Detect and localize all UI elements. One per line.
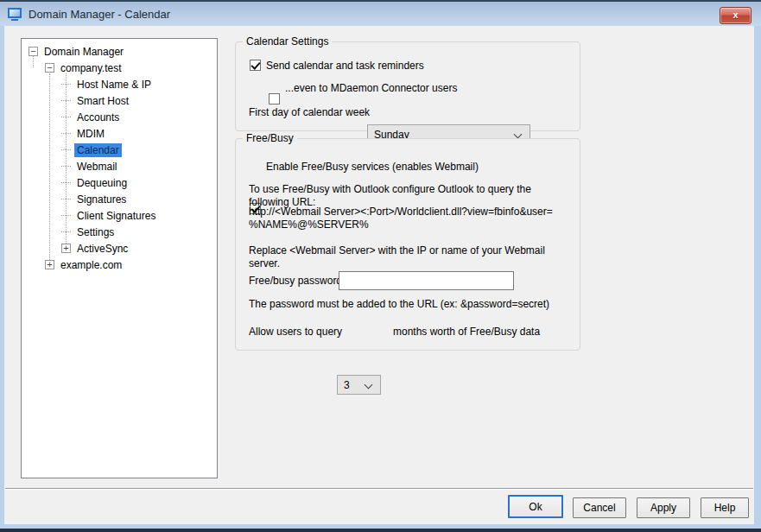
tree-item-company-test[interactable]: −company.test xyxy=(22,60,217,76)
tree-item-label[interactable]: Accounts xyxy=(74,111,122,124)
tree-item-label[interactable]: Dequeuing xyxy=(74,176,130,190)
tree-connector xyxy=(61,149,71,150)
tree-item-label[interactable]: Domain Manager xyxy=(41,45,126,59)
freebusy-url-line1: http://<Webmail Server><:Port>/Worldclie… xyxy=(249,206,574,218)
tree-item-label[interactable]: ActiveSync xyxy=(74,242,130,256)
password-note-text: The password must be added to the URL (e… xyxy=(249,298,574,311)
titlebar[interactable]: Domain Manager - Calendar x xyxy=(0,0,761,26)
apply-button[interactable]: Apply xyxy=(637,497,690,518)
tree-item-label[interactable]: example.com xyxy=(58,258,124,272)
query-months-suffix: months worth of Free/Busy data xyxy=(393,326,540,338)
collapse-icon[interactable]: − xyxy=(45,63,54,73)
tree-connector xyxy=(61,199,71,200)
collapse-icon[interactable]: − xyxy=(29,47,38,56)
tree-item-settings[interactable]: Settings xyxy=(22,224,217,240)
tree-item-webmail[interactable]: Webmail xyxy=(22,158,217,174)
cancel-button[interactable]: Cancel xyxy=(573,497,626,518)
tree-item-smart-host[interactable]: Smart Host xyxy=(22,92,217,109)
tree-item-label[interactable]: Calendar xyxy=(74,143,122,157)
group-title: Calendar Settings xyxy=(243,35,332,48)
group-title: Free/Busy xyxy=(243,132,297,144)
app-icon xyxy=(8,7,22,21)
domain-manager-dialog: Domain Manager - Calendar x −Domain Mana… xyxy=(0,0,761,532)
tree-item-client-signatures[interactable]: Client Signatures xyxy=(22,207,217,224)
tree-item-label[interactable]: MDIM xyxy=(74,127,107,141)
tree-item-label[interactable]: Host Name & IP xyxy=(74,78,154,92)
tree-connector xyxy=(61,215,71,216)
replace-note-text: Replace <Webmail Server> with the IP or … xyxy=(249,244,574,270)
tree-connector xyxy=(61,182,71,183)
expand-icon[interactable]: + xyxy=(45,260,54,269)
tree-item-activesync[interactable]: +ActiveSync xyxy=(22,240,217,256)
tree-item-label[interactable]: Client Signatures xyxy=(74,209,158,223)
freebusy-password-input[interactable] xyxy=(339,271,514,290)
expand-icon[interactable]: + xyxy=(61,244,71,253)
help-button[interactable]: Help xyxy=(701,497,749,518)
tree-item-label[interactable]: Signatures xyxy=(74,193,129,206)
tree-connector xyxy=(61,133,71,134)
tree-item-signatures[interactable]: Signatures xyxy=(22,191,217,207)
query-months-prefix: Allow users to query xyxy=(249,326,342,338)
freebusy-url-line2: %NAME%@%SERVER% xyxy=(249,218,574,231)
window-border-left xyxy=(0,26,4,532)
close-icon[interactable]: x xyxy=(720,7,751,24)
first-day-label: First day of calendar week xyxy=(249,106,370,118)
tree-connector xyxy=(61,166,71,167)
tree-item-host-name-ip[interactable]: Host Name & IP xyxy=(22,76,217,92)
enable-freebusy-label[interactable]: Enable Free/Busy services (enables Webma… xyxy=(266,161,479,173)
send-reminders-label[interactable]: Send calendar and task reminders xyxy=(266,60,424,72)
tree-item-dequeuing[interactable]: Dequeuing xyxy=(22,174,217,191)
window-title: Domain Manager - Calendar xyxy=(29,8,170,21)
even-mdaemon-label[interactable]: ...even to MDaemon Connector users xyxy=(285,82,457,94)
window-border-right xyxy=(754,26,761,532)
window-shadow xyxy=(0,529,761,532)
tree-item-label[interactable]: Settings xyxy=(74,225,117,239)
tree-item-label[interactable]: Smart Host xyxy=(74,94,131,108)
footer-divider xyxy=(5,488,753,490)
tree-connector xyxy=(61,100,71,101)
tree-item-accounts[interactable]: Accounts xyxy=(22,109,217,125)
tree-connector xyxy=(61,231,71,232)
tree-item-label[interactable]: Webmail xyxy=(74,160,119,174)
password-label: Free/busy password xyxy=(249,275,342,287)
tree-connector xyxy=(61,84,71,85)
even-mdaemon-checkbox[interactable] xyxy=(269,93,280,104)
tree-item-label[interactable]: company.test xyxy=(58,61,124,75)
tree-connector xyxy=(61,117,71,117)
ok-button[interactable]: Ok xyxy=(508,495,563,518)
domain-tree: −Domain Manager−company.testHost Name & … xyxy=(21,38,218,478)
query-months-dropdown[interactable]: 3 xyxy=(337,375,381,395)
query-months-value: 3 xyxy=(344,379,350,391)
tree-item-example-com[interactable]: +example.com xyxy=(22,256,217,273)
tree-item-calendar[interactable]: Calendar xyxy=(22,142,217,158)
send-reminders-checkbox[interactable] xyxy=(250,60,261,71)
tree-item-domain-manager[interactable]: −Domain Manager xyxy=(22,43,217,60)
tree-item-mdim[interactable]: MDIM xyxy=(22,125,217,142)
